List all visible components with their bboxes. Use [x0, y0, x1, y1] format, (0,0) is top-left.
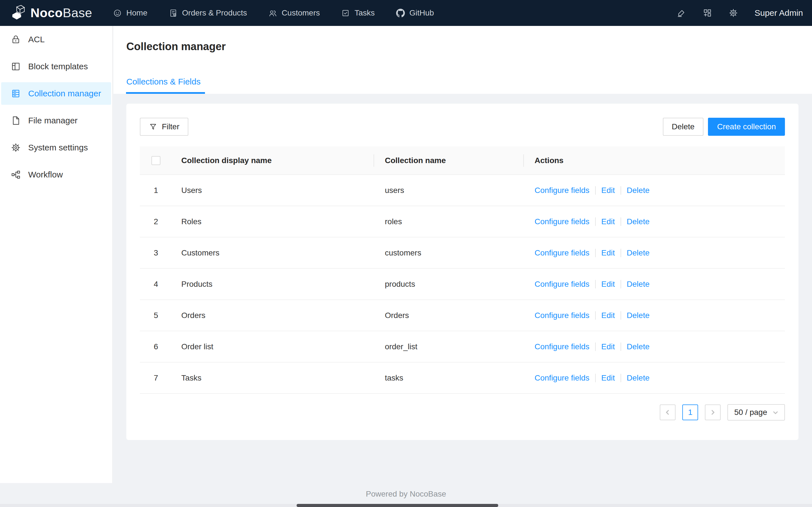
- action-divider: [620, 280, 621, 288]
- action-divider: [595, 186, 596, 194]
- row-index: 6: [140, 342, 172, 351]
- row-actions: Configure fields Edit Delete: [524, 342, 785, 351]
- pagination: 1 50 / page: [140, 404, 785, 420]
- edit-link[interactable]: Edit: [601, 186, 615, 195]
- sidebar-item-label: Workflow: [28, 170, 63, 179]
- horizontal-scrollbar[interactable]: [0, 504, 812, 507]
- configure-fields-link[interactable]: Configure fields: [535, 186, 590, 195]
- sidebar-item-block-templates[interactable]: Block templates: [1, 55, 111, 78]
- row-index: 4: [140, 280, 172, 289]
- header-select-cell: [140, 156, 172, 165]
- nav-item-tasks[interactable]: Tasks: [331, 0, 386, 26]
- action-divider: [620, 374, 621, 382]
- delete-link[interactable]: Delete: [627, 311, 650, 320]
- delete-link[interactable]: Delete: [627, 186, 650, 195]
- row-index: 7: [140, 374, 172, 383]
- edit-link[interactable]: Edit: [601, 311, 615, 320]
- table-row: 2 Roles roles Configure fields Edit Dele…: [140, 206, 785, 237]
- nav-item-label: Home: [126, 8, 147, 17]
- row-display-name: Roles: [172, 217, 374, 226]
- sidebar-item-label: Block templates: [28, 62, 88, 71]
- powered-by-footer: Powered by NocoBase: [0, 490, 812, 499]
- main-area: Collection manager Collections & Fields …: [113, 26, 812, 507]
- configure-fields-link[interactable]: Configure fields: [535, 374, 590, 383]
- filter-button[interactable]: Filter: [140, 118, 188, 136]
- edit-link[interactable]: Edit: [601, 342, 615, 351]
- edit-link[interactable]: Edit: [601, 248, 615, 258]
- nav-item-label: Customers: [282, 8, 320, 17]
- scrollbar-thumb[interactable]: [297, 504, 498, 507]
- configure-fields-link[interactable]: Configure fields: [535, 248, 590, 258]
- prev-page-button[interactable]: [660, 404, 675, 420]
- row-index: 2: [140, 217, 172, 226]
- tab-collections-and-fields[interactable]: Collections & Fields: [126, 77, 200, 94]
- action-divider: [620, 217, 621, 226]
- nocobase-logo[interactable]: NocoBase: [10, 4, 92, 22]
- filter-funnel-icon: [149, 122, 157, 131]
- appstore-add-icon: [703, 8, 712, 18]
- sidebar-item-acl[interactable]: ACL: [1, 28, 111, 51]
- row-display-name: Orders: [172, 311, 374, 320]
- table-row: 5 Orders Orders Configure fields Edit De…: [140, 300, 785, 331]
- table-row: 6 Order list order_list Configure fields…: [140, 331, 785, 362]
- action-divider: [595, 249, 596, 257]
- delete-link[interactable]: Delete: [627, 342, 650, 351]
- nav-item-orders-products[interactable]: Orders & Products: [158, 0, 258, 26]
- nav-item-customers[interactable]: Customers: [258, 0, 331, 26]
- page-1-button[interactable]: 1: [682, 404, 698, 420]
- configure-fields-link[interactable]: Configure fields: [535, 311, 590, 320]
- sidebar-item-system-settings[interactable]: System settings: [1, 136, 111, 159]
- document-check-icon: [169, 9, 177, 17]
- action-divider: [620, 249, 621, 257]
- delete-link[interactable]: Delete: [627, 280, 650, 289]
- plugin-manager-button[interactable]: [703, 8, 712, 18]
- next-page-button[interactable]: [705, 404, 721, 420]
- edit-link[interactable]: Edit: [601, 217, 615, 226]
- row-display-name: Order list: [172, 342, 374, 351]
- configure-fields-link[interactable]: Configure fields: [535, 280, 590, 289]
- row-collection-name: tasks: [374, 374, 524, 383]
- nav-item-home[interactable]: Home: [102, 0, 158, 26]
- settings-button[interactable]: [728, 8, 738, 18]
- table-row: 1 Users users Configure fields Edit Dele…: [140, 175, 785, 206]
- edit-link[interactable]: Edit: [601, 374, 615, 383]
- row-collection-name: roles: [374, 217, 524, 226]
- row-index: 5: [140, 311, 172, 320]
- delete-link[interactable]: Delete: [627, 374, 650, 383]
- create-collection-button[interactable]: Create collection: [708, 118, 785, 136]
- delete-link[interactable]: Delete: [627, 217, 650, 226]
- page-title: Collection manager: [126, 26, 812, 53]
- delete-button[interactable]: Delete: [663, 118, 704, 136]
- row-index: 3: [140, 248, 172, 258]
- ui-editor-button[interactable]: [677, 8, 686, 18]
- header-display-name: Collection display name: [172, 147, 374, 174]
- user-menu[interactable]: Super Admin: [755, 8, 803, 18]
- delete-link[interactable]: Delete: [627, 248, 650, 258]
- sidebar-item-label: Collection manager: [28, 89, 101, 98]
- nav-item-github[interactable]: GitHub: [386, 0, 445, 26]
- database-icon: [11, 89, 21, 99]
- row-display-name: Products: [172, 280, 374, 289]
- row-actions: Configure fields Edit Delete: [524, 280, 785, 289]
- row-actions: Configure fields Edit Delete: [524, 374, 785, 383]
- filter-button-label: Filter: [162, 122, 179, 131]
- edit-link[interactable]: Edit: [601, 280, 615, 289]
- highlighter-icon: [677, 8, 686, 18]
- sidebar-item-collection-manager[interactable]: Collection manager: [1, 82, 111, 105]
- select-all-checkbox[interactable]: [151, 156, 160, 165]
- configure-fields-link[interactable]: Configure fields: [535, 342, 590, 351]
- table-row: 4 Products products Configure fields Edi…: [140, 269, 785, 300]
- chevron-right-icon: [710, 409, 716, 415]
- collections-table: Collection display name Collection name …: [140, 147, 785, 394]
- sidebar-item-workflow[interactable]: Workflow: [1, 163, 111, 186]
- action-divider: [620, 186, 621, 194]
- logo-text-light: Base: [63, 6, 93, 20]
- configure-fields-link[interactable]: Configure fields: [535, 217, 590, 226]
- gear-icon: [728, 8, 738, 18]
- sidebar-item-file-manager[interactable]: File manager: [1, 109, 111, 132]
- row-collection-name: users: [374, 186, 524, 195]
- row-display-name: Customers: [172, 248, 374, 258]
- page-size-select[interactable]: 50 / page: [727, 404, 785, 420]
- row-collection-name: order_list: [374, 342, 524, 351]
- logo-text: NocoBase: [31, 6, 92, 20]
